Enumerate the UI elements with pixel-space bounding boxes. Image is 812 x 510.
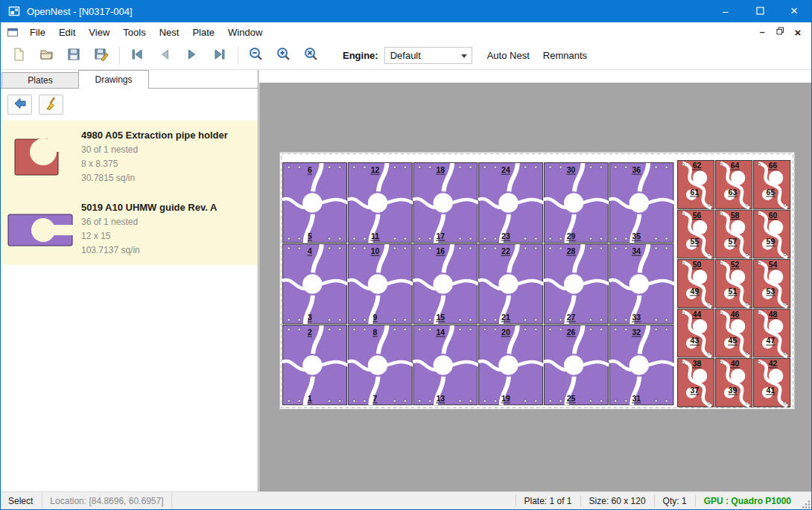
window-close-button[interactable]: × bbox=[777, 0, 811, 22]
zoom-out-button[interactable] bbox=[244, 45, 267, 67]
purple-part-pair[interactable]: 2019 bbox=[478, 325, 544, 405]
svg-text:66: 66 bbox=[769, 161, 778, 170]
purple-part-pair[interactable]: 1817 bbox=[413, 163, 478, 243]
menu-tools[interactable]: Tools bbox=[116, 22, 152, 42]
previous-plate-button[interactable] bbox=[153, 45, 177, 67]
red-part-pair[interactable]: 4241 bbox=[754, 359, 790, 407]
red-part-pair[interactable]: 5453 bbox=[754, 260, 790, 308]
save-as-button[interactable] bbox=[89, 45, 113, 67]
title-bar[interactable]: OpenNest - [N0317-004] – × bbox=[1, 0, 811, 22]
purple-part-pair[interactable]: 3029 bbox=[544, 163, 609, 243]
mdi-restore-button[interactable] bbox=[773, 25, 787, 39]
purple-part-pair[interactable]: 21 bbox=[282, 325, 348, 405]
mdi-minimize-button[interactable]: – bbox=[755, 25, 770, 39]
purple-part-pair[interactable]: 109 bbox=[348, 244, 413, 324]
svg-text:24: 24 bbox=[501, 165, 510, 174]
menu-plate[interactable]: Plate bbox=[185, 22, 221, 42]
menu-file[interactable]: File bbox=[23, 22, 52, 42]
red-part-pair[interactable]: 4847 bbox=[754, 309, 790, 357]
red-part-pair[interactable]: 5049 bbox=[678, 260, 714, 308]
drawing-thumbnail bbox=[2, 196, 78, 262]
return-part-button[interactable] bbox=[7, 95, 32, 115]
purple-part-pair[interactable]: 1211 bbox=[348, 163, 413, 243]
window-minimize-button[interactable]: – bbox=[708, 0, 743, 22]
first-plate-button[interactable] bbox=[125, 45, 149, 67]
purple-part-pair[interactable]: 2221 bbox=[478, 244, 544, 324]
drawing-title: 5019 A10 UHMW guide Rev. A bbox=[81, 202, 217, 213]
svg-text:30: 30 bbox=[567, 165, 576, 174]
engine-select[interactable]: Default bbox=[384, 47, 472, 64]
red-part-pair[interactable]: 3837 bbox=[678, 359, 714, 407]
mdi-minimize-icon: – bbox=[760, 27, 765, 37]
status-qty: Qty: 1 bbox=[655, 496, 695, 506]
zoom-fit-button[interactable] bbox=[299, 45, 323, 67]
purple-part-pair[interactable]: 43 bbox=[282, 244, 348, 324]
red-part-pair[interactable]: 4645 bbox=[716, 309, 752, 357]
list-item[interactable]: 4980 A05 Extraction pipe holder 30 of 1 … bbox=[1, 121, 258, 193]
red-part-pair[interactable]: 6463 bbox=[716, 161, 752, 209]
menu-window[interactable]: Window bbox=[221, 22, 269, 42]
drawing-title: 4980 A05 Extraction pipe holder bbox=[81, 130, 228, 141]
last-plate-button[interactable] bbox=[208, 45, 232, 67]
zoom-in-icon bbox=[276, 46, 291, 65]
purple-part-pair[interactable]: 1413 bbox=[413, 325, 478, 405]
red-part-pair[interactable]: 6665 bbox=[754, 161, 790, 209]
red-part-pair[interactable]: 6059 bbox=[754, 210, 790, 258]
mdi-document-icon[interactable] bbox=[7, 26, 19, 38]
plate-canvas[interactable]: 6512111817242330293635431091615222128273… bbox=[280, 153, 794, 409]
window-maximize-button[interactable] bbox=[743, 0, 777, 22]
svg-text:49: 49 bbox=[691, 287, 700, 296]
purple-part-pair[interactable]: 3433 bbox=[609, 244, 675, 324]
red-part-pair[interactable]: 5655 bbox=[678, 210, 714, 258]
svg-text:29: 29 bbox=[567, 232, 576, 240]
purple-part-pair[interactable]: 87 bbox=[348, 325, 413, 405]
menu-view[interactable]: View bbox=[82, 22, 116, 42]
new-button[interactable] bbox=[7, 45, 31, 67]
red-part-pair[interactable]: 4443 bbox=[678, 309, 714, 357]
next-plate-button[interactable] bbox=[180, 45, 204, 67]
tab-drawings[interactable]: Drawings bbox=[78, 70, 149, 89]
zoom-in-button[interactable] bbox=[271, 45, 295, 67]
purple-part-pair[interactable]: 3231 bbox=[609, 325, 675, 405]
svg-text:59: 59 bbox=[767, 237, 775, 246]
purple-part-pair[interactable]: 65 bbox=[282, 163, 348, 243]
svg-text:8: 8 bbox=[373, 328, 378, 337]
plate-sheet[interactable]: 6512111817242330293635431091615222128273… bbox=[280, 153, 794, 409]
auto-nest-button[interactable]: Auto Nest bbox=[484, 45, 533, 66]
toolbar-separator bbox=[119, 47, 120, 65]
svg-text:48: 48 bbox=[769, 310, 778, 319]
menu-nest[interactable]: Nest bbox=[153, 22, 186, 42]
svg-text:60: 60 bbox=[769, 211, 778, 220]
svg-text:56: 56 bbox=[693, 211, 702, 220]
red-part-pair[interactable]: 5251 bbox=[716, 260, 752, 308]
engine-selected-value: Default bbox=[390, 50, 421, 61]
purple-part-pair[interactable]: 2423 bbox=[478, 163, 544, 243]
red-part-pair[interactable]: 5857 bbox=[716, 210, 752, 258]
broom-icon bbox=[44, 96, 59, 114]
svg-text:35: 35 bbox=[632, 232, 641, 240]
nest-canvas-area[interactable]: 6512111817242330293635431091615222128273… bbox=[259, 70, 811, 491]
mdi-restore-icon bbox=[776, 27, 784, 37]
svg-text:33: 33 bbox=[632, 313, 641, 322]
purple-part-pair[interactable]: 2625 bbox=[544, 325, 609, 405]
red-part-pair[interactable]: 4039 bbox=[716, 359, 752, 407]
svg-text:10: 10 bbox=[371, 246, 380, 255]
red-part-pair[interactable]: 6261 bbox=[678, 161, 714, 209]
purple-part-pair[interactable]: 3635 bbox=[609, 163, 675, 243]
purple-part-pair[interactable]: 2827 bbox=[544, 244, 609, 324]
tab-plates[interactable]: Plates bbox=[1, 72, 79, 88]
svg-text:32: 32 bbox=[632, 328, 641, 337]
chevron-down-icon bbox=[461, 54, 467, 58]
svg-text:4: 4 bbox=[308, 246, 312, 255]
save-button[interactable] bbox=[62, 45, 86, 67]
remnants-button[interactable]: Remnants bbox=[540, 45, 590, 66]
clear-button[interactable] bbox=[39, 95, 63, 115]
resize-grip[interactable] bbox=[799, 492, 811, 509]
svg-text:38: 38 bbox=[693, 359, 702, 368]
open-button[interactable] bbox=[34, 45, 58, 67]
list-item[interactable]: 5019 A10 UHMW guide Rev. A 36 of 1 neste… bbox=[1, 193, 258, 265]
menu-edit[interactable]: Edit bbox=[52, 22, 82, 42]
purple-part-pair[interactable]: 1615 bbox=[413, 244, 478, 324]
mdi-close-button[interactable]: × bbox=[790, 25, 805, 39]
svg-text:50: 50 bbox=[693, 260, 702, 269]
